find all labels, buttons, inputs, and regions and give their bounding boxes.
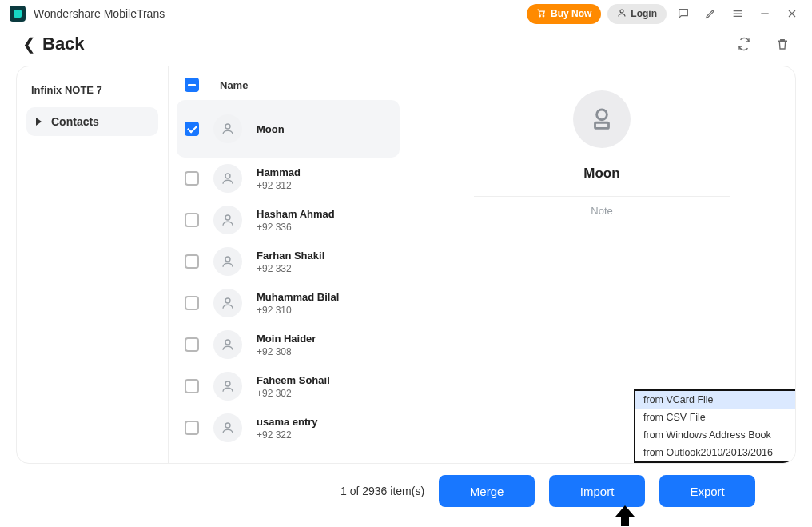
back-row: ❮ Back [0,27,812,62]
avatar-icon [213,206,242,234]
avatar-icon [213,413,242,442]
sidebar-item-contacts[interactable]: Contacts [26,107,158,136]
buy-now-button[interactable]: Buy Now [527,4,601,24]
avatar-icon [213,330,242,359]
list-item[interactable]: Moin Haider+92 308 [177,324,400,365]
merge-button[interactable]: Merge [439,475,535,507]
contact-phone: +92 332 [257,263,324,274]
user-icon [617,8,627,20]
avatar-icon [213,247,242,276]
svg-point-10 [225,423,230,428]
import-menu: from VCard File from CSV File from Windo… [634,389,796,463]
contact-phone: +92 312 [257,180,301,191]
titlebar: Wondershare MobileTrans Buy Now Login [0,0,812,27]
svg-point-6 [225,257,230,262]
list-item[interactable]: Hammad+92 312 [177,158,400,199]
item-count: 1 of 2936 item(s) [340,485,424,497]
minimize-icon[interactable] [754,3,775,24]
row-checkbox[interactable] [185,171,199,186]
contact-detail: Moon Note from VCard File from CSV File … [408,66,795,463]
cart-icon [536,8,546,20]
contact-phone: +92 336 [257,222,335,233]
contact-name: Faheem Sohail [257,374,330,386]
svg-point-5 [225,215,230,220]
svg-point-4 [225,174,230,178]
svg-point-3 [225,124,230,129]
chevron-left-icon: ❮ [22,34,36,54]
list-item[interactable]: Faheem Sohail+92 302 [177,365,400,407]
sidebar: Infinix NOTE 7 Contacts [17,66,169,463]
list-item[interactable]: Muhammad Bilal+92 310 [177,282,400,324]
contact-name: Farhan Shakil [257,250,324,262]
list-body: Moon Hammad+92 312 Hasham Ahmad+92 336 F… [169,100,408,463]
device-name: Infinix NOTE 7 [26,78,158,107]
app-icon [10,6,26,22]
footer: 1 of 2936 item(s) Merge Import Export [0,470,812,512]
import-button[interactable]: Import [549,475,645,507]
svg-point-7 [225,298,230,303]
row-checkbox[interactable] [185,254,199,269]
list-item[interactable]: Farhan Shakil+92 332 [177,241,400,282]
svg-point-1 [543,15,544,17]
export-button[interactable]: Export [659,475,755,507]
edit-icon[interactable] [700,3,721,24]
back-button[interactable]: ❮ Back [22,34,85,54]
avatar-icon [213,372,242,401]
contact-name: Muhammad Bilal [257,291,339,303]
row-checkbox[interactable] [185,122,199,136]
svg-rect-12 [595,122,609,128]
list-header: Name [169,66,408,100]
main-panel: Infinix NOTE 7 Contacts Name Moon Hammad… [16,66,796,464]
contact-name: Hasham Ahmad [257,208,335,220]
svg-point-0 [539,15,541,17]
detail-name: Moon [583,166,619,182]
row-checkbox[interactable] [185,213,199,227]
row-checkbox[interactable] [185,379,199,393]
menu-icon[interactable] [727,3,748,24]
contact-phone: +92 308 [257,346,316,357]
app-title: Wondershare MobileTrans [34,7,165,20]
contact-name: Moon [257,123,285,135]
contact-name: Moin Haider [257,333,316,345]
avatar-icon [213,114,242,143]
chevron-right-icon [36,118,42,126]
svg-point-2 [620,10,623,13]
contact-phone: +92 310 [257,305,339,316]
feedback-icon[interactable] [673,3,694,24]
sidebar-item-label: Contacts [51,115,99,128]
row-checkbox[interactable] [185,296,199,310]
contact-name: usama entry [257,416,318,428]
avatar-icon [213,289,242,317]
svg-point-8 [225,340,230,345]
contact-phone: +92 302 [257,388,330,399]
contact-list: Name Moon Hammad+92 312 Hasham Ahmad+92 … [169,66,408,463]
column-header-name: Name [220,79,248,91]
select-all-checkbox[interactable] [185,78,199,92]
import-menu-item-wab[interactable]: from Windows Address Book [635,426,796,444]
close-icon[interactable] [782,3,802,24]
svg-point-11 [597,110,607,120]
avatar-large-icon [573,90,631,148]
list-item[interactable]: usama entry+92 322 [177,407,400,449]
delete-icon[interactable] [770,32,794,56]
login-label: Login [631,8,657,19]
svg-point-9 [225,381,230,386]
note-label: Note [591,205,612,217]
sync-icon[interactable] [732,32,756,56]
import-menu-item-csv[interactable]: from CSV File [635,409,796,426]
list-item[interactable]: Moon [177,100,400,158]
divider [474,196,730,197]
login-button[interactable]: Login [607,4,667,24]
list-item[interactable]: Hasham Ahmad+92 336 [177,199,400,241]
contact-name: Hammad [257,166,301,178]
back-label: Back [42,34,85,54]
avatar-icon [213,164,242,193]
row-checkbox[interactable] [185,337,199,352]
import-menu-item-outlook[interactable]: from Outlook2010/2013/2016 [635,444,796,461]
contact-phone: +92 322 [257,429,318,441]
row-checkbox[interactable] [185,421,199,435]
buy-now-label: Buy Now [551,8,591,19]
import-menu-item-vcard[interactable]: from VCard File [635,391,796,409]
